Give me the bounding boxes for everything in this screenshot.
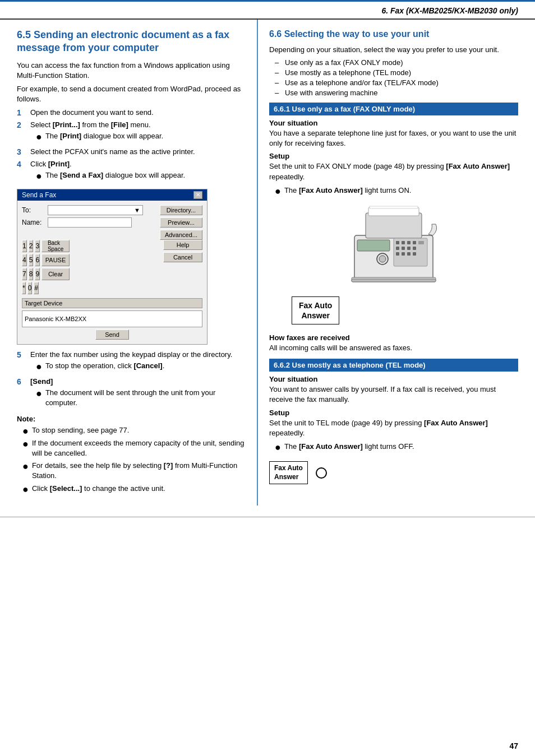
fax-label-1: Fax Auto Answer [292,296,339,324]
numpad-row-2: 4 5 6 PAUSE [22,254,70,266]
svg-rect-10 [396,247,399,250]
numpad-hash[interactable]: # [34,282,39,294]
numpad-pause[interactable]: PAUSE [41,254,70,266]
bullet-dot-2: ● [36,171,42,181]
option-3-text: Use as a telephone and/or fax (TEL/FAX m… [285,78,439,87]
step-4-content: Click [Print]. ● The [Send a Fax] dialog… [30,160,246,183]
header-title: 6. Fax (KX-MB2025/KX-MB2030 only) [381,6,518,15]
option-4-text: Use with answering machine [285,89,377,97]
dialog-to-label: To: [22,206,44,214]
step-5: 5 Enter the fax number using the keypad … [17,350,246,374]
dialog-help-cancel-buttons: Help Cancel [163,240,202,296]
step-1-num: 1 [17,108,26,117]
numpad-backspace[interactable]: BackSpace [41,240,70,252]
right-intro: Depending on your situation, select the … [269,45,518,55]
note-bullet-4: ● [22,484,29,494]
numpad-6[interactable]: 6 [35,254,40,266]
dialog-body: To: ▼ Name: [17,201,207,344]
your-situation-text-1: You have a separate telephone line just … [269,128,518,149]
dialog-close-button[interactable]: ✕ [193,191,202,199]
step-4-num: 4 [17,160,26,169]
step-3: 3 Select the PCFAX unit's name as the ac… [17,147,246,156]
dialog-box: Send a Fax ✕ To: ▼ [17,189,207,345]
step-5-num: 5 [17,350,26,359]
svg-rect-13 [413,247,416,250]
option-2-text: Use mostly as a telephone (TEL mode) [285,68,411,77]
send-button[interactable]: Send [95,330,129,340]
directory-button[interactable]: Directory... [160,205,202,215]
numpad-8[interactable]: 8 [29,268,34,280]
note-3-text: For details, see the help file by select… [32,461,246,481]
option-2: – Use mostly as a telephone (TEL mode) [275,68,518,77]
svg-rect-1 [366,213,422,238]
intro-p2: For example, to send a document created … [17,84,246,104]
numpad-7[interactable]: 7 [22,268,27,280]
step-6-bullet-1-text: The document will be sent through the un… [45,388,246,408]
step-5-content: Enter the fax number using the keypad di… [30,350,246,374]
step-2-bullet-1-text: The [Print] dialogue box will appear. [45,131,163,141]
notes-list: ● To stop sending, see page 77. ● If the… [22,425,246,494]
step-5-bullet-1: ● To stop the operation, click [Cancel]. [36,361,246,372]
numpad-5[interactable]: 5 [29,254,34,266]
your-situation-label-1: Your situation [269,119,518,127]
step-5-text: Enter the fax number using the keypad di… [30,350,232,359]
note-4-text: Click [Select...] to change the active u… [32,484,165,494]
step-2-bullet-1: ● The [Print] dialogue box will appear. [36,131,246,142]
dialog-to-dropdown[interactable]: ▼ [48,205,143,215]
note-bullet-3: ● [22,461,29,471]
setup-bullet-1: ● [275,186,281,196]
note-bullet-2: ● [22,439,29,449]
dialog-name-input[interactable] [48,217,132,228]
step-5-bullets: ● To stop the operation, click [Cancel]. [36,361,246,372]
preview-button[interactable]: Preview... [160,217,202,228]
option-3: – Use as a telephone and/or fax (TEL/FAX… [275,78,518,87]
target-device-label: Target Device [22,298,202,308]
dropdown-arrow: ▼ [134,207,140,214]
step-4: 4 Click [Print]. ● The [Send a Fax] dial… [17,160,246,183]
your-situation-label-2: Your situation [269,375,518,383]
numpad-row-4: * 0 # [22,282,70,294]
bullet-dot-4: ● [36,388,42,398]
options-list: – Use only as a fax (FAX ONLY mode) – Us… [275,58,518,97]
fax-label-line1-1: Fax Auto [299,301,332,310]
cancel-button[interactable]: Cancel [163,252,202,262]
option-1: – Use only as a fax (FAX ONLY mode) [275,58,518,67]
step-4-bullet-1-text: The [Send a Fax] dialogue box will appea… [45,170,185,180]
bullet-dot: ● [36,132,42,142]
step-2-content: Select [Print...] from the [File] menu. … [30,120,246,144]
option-1-text: Use only as a fax (FAX ONLY mode) [285,58,403,67]
step-1-text: Open the document you want to send. [30,108,154,117]
how-faxes-label: How faxes are received [269,333,518,342]
subsection-2-bar: 6.6.2 Use mostly as a telephone (TEL mod… [269,359,518,372]
steps-after-list: 5 Enter the fax number using the keypad … [17,350,246,410]
numpad-1[interactable]: 1 [22,240,27,252]
step-1: 1 Open the document you want to send. [17,108,246,117]
step-3-num: 3 [17,147,26,156]
step-6: 6 [Send] ● The document will be sent thr… [17,377,246,410]
tel-mode-label-area: Fax Auto Answer [269,458,518,488]
numpad-star[interactable]: * [22,282,26,294]
numpad-3[interactable]: 3 [35,240,40,252]
your-situation-text-2: You want to answer calls by yourself. If… [269,384,518,405]
subsection-1-bar: 6.6.1 Use only as a fax (FAX ONLY mode) [269,103,518,115]
svg-rect-7 [407,241,411,244]
numpad-2[interactable]: 2 [29,240,34,252]
step-4-bullets: ● The [Send a Fax] dialogue box will app… [36,170,246,181]
advanced-button[interactable]: Advanced... [160,230,202,240]
numpad-0[interactable]: 0 [27,282,33,294]
dash-2: – [275,68,282,77]
help-button[interactable]: Help [163,240,202,250]
step-2: 2 Select [Print...] from the [File] menu… [17,120,246,144]
numpad-9[interactable]: 9 [35,268,40,280]
page-footer: 47 [509,741,518,750]
dialog-left-area: To: ▼ Name: [22,205,155,240]
step-2-bullets: ● The [Print] dialogue box will appear. [36,131,246,142]
dash-3: – [275,78,282,87]
note-2-text: If the document exceeds the memory capac… [32,438,246,458]
svg-rect-16 [407,252,411,256]
step-3-content: Select the PCFAX unit's name as the acti… [30,147,246,156]
numpad-4[interactable]: 4 [22,254,27,266]
setup-2-bullets: ● The [Fax Auto Answer] light turns OFF. [275,442,518,452]
numpad-clear[interactable]: Clear [41,268,70,280]
svg-rect-14 [396,252,399,256]
